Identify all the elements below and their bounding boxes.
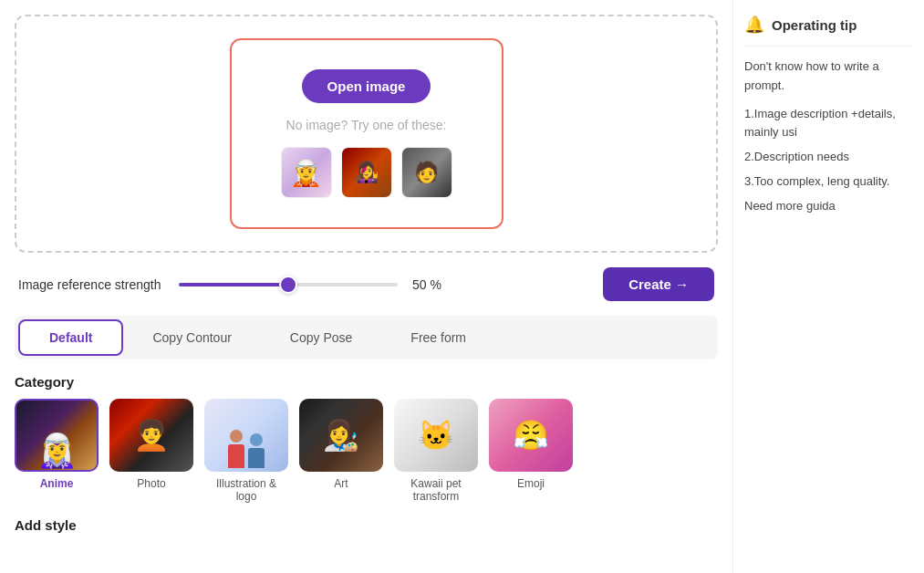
category-row: 🧝‍♀️ Anime 🧑‍🦱 Photo [15, 399, 718, 503]
strength-label: Image reference strength [18, 277, 164, 292]
tab-copy-pose[interactable]: Copy Pose [261, 321, 381, 354]
tip-1: 1.Image description +details, mainly usi [744, 105, 913, 143]
main-panel: Open image No image? Try one of these: 🧝… [0, 0, 732, 573]
sample-image-3[interactable]: 🧑 [401, 147, 452, 198]
tab-free-form[interactable]: Free form [381, 321, 495, 354]
tips-content: Don't know how to write a prompt. 1.Imag… [744, 57, 913, 216]
category-kawaii[interactable]: 🐱 Kawaii pet transform [394, 399, 478, 503]
strength-row: Image reference strength 50 % Create → [15, 267, 718, 301]
sample-image-1[interactable]: 🧝 [281, 147, 332, 198]
tips-title: Operating tip [772, 17, 857, 33]
tips-header: 🔔 Operating tip [744, 15, 913, 47]
category-section: Category 🧝‍♀️ Anime 🧑‍🦱 Photo [15, 374, 718, 503]
tip-more: Need more guida [744, 197, 913, 216]
strength-slider[interactable] [179, 283, 398, 286]
category-illustration[interactable]: Illustration & logo [204, 399, 288, 503]
tab-default[interactable]: Default [18, 319, 123, 356]
no-image-hint: No image? Try one of these: [286, 118, 447, 132]
strength-value: 50 % [412, 277, 449, 292]
create-button[interactable]: Create → [603, 267, 714, 301]
image-drop-zone: Open image No image? Try one of these: 🧝… [230, 38, 504, 229]
add-style-label: Add style [15, 517, 718, 533]
category-emoji[interactable]: 😤 Emoji [489, 399, 573, 503]
image-upload-area: Open image No image? Try one of these: 🧝… [15, 15, 718, 253]
category-label: Category [15, 374, 718, 390]
open-image-button[interactable]: Open image [302, 69, 431, 103]
sample-image-2[interactable]: 👩‍🎤 [341, 147, 392, 198]
category-anime[interactable]: 🧝‍♀️ Anime [15, 399, 99, 503]
category-photo[interactable]: 🧑‍🦱 Photo [109, 399, 193, 503]
tip-3: 3.Too complex, leng quality. [744, 172, 913, 192]
sample-images-row: 🧝 👩‍🎤 🧑 [281, 147, 452, 198]
tabs-row: Default Copy Contour Copy Pose Free form [15, 316, 718, 359]
bell-icon: 🔔 [744, 15, 764, 35]
tab-copy-contour[interactable]: Copy Contour [123, 321, 260, 354]
category-art[interactable]: 👩‍🎨 Art [299, 399, 383, 503]
right-sidebar: 🔔 Operating tip Don't know how to write … [732, 0, 924, 573]
tip-intro: Don't know how to write a prompt. [744, 57, 913, 96]
tip-2: 2.Description needs [744, 148, 913, 167]
